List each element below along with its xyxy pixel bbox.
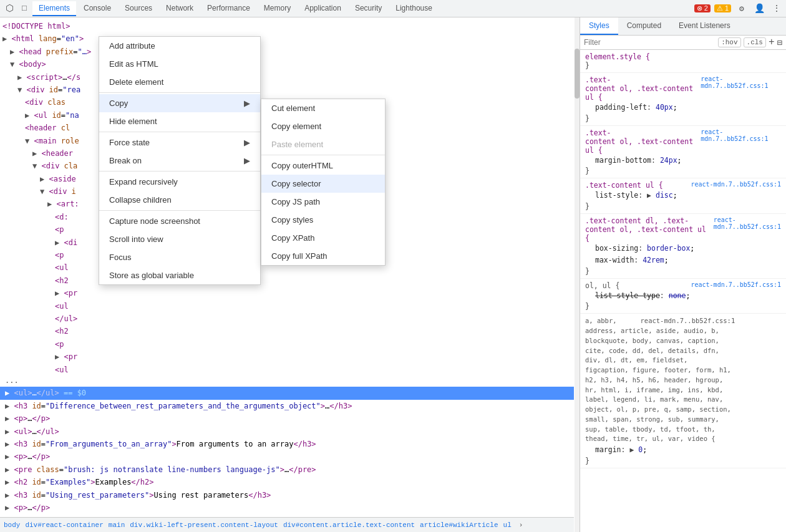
sub-copy-xpath[interactable]: Copy XPath [261,229,385,247]
sub-copy-js-path[interactable]: Copy JS path [261,193,385,211]
tab-styles[interactable]: Styles [580,17,618,35]
tab-event-listeners[interactable]: Event Listeners [670,17,739,35]
tab-lighthouse[interactable]: Lighthouse [389,1,439,16]
dom-line: <ul [0,300,580,312]
style-rule-element: element.style { } [580,50,786,73]
dom-line: <h2 [0,274,580,287]
sub-copy-outerhtml[interactable]: Copy outerHTML [261,157,385,175]
ctx-capture-screenshot[interactable]: Capture node screenshot [99,212,260,230]
style-source-link-1[interactable]: react-mdn.7..bb52f.css:1 [701,75,781,102]
style-rule-ol-ul: ol, ul { react-mdn.7..bb52f.css:1 list-s… [580,279,786,314]
style-prop-padding: padding-left: 40px; [585,102,781,114]
hov-filter[interactable]: :hov [718,37,740,47]
style-rule-text-content-3: .text-content ul { react-mdn.7..bb52f.cs… [580,178,786,214]
style-prop-list-style-type: list-style-type: none; [585,290,781,302]
ctx-force-state[interactable]: Force state ▶ [99,133,260,152]
sub-copy-styles[interactable]: Copy styles [261,211,385,229]
cls-filter[interactable]: .cls [744,37,766,47]
dom-line: <h2 [0,325,580,337]
settings-icon[interactable]: ⚙ [735,2,749,16]
ctx-focus[interactable]: Focus [99,248,260,266]
tab-elements[interactable]: Elements [32,1,76,16]
dom-line: ▶ <pr [0,351,580,363]
breadcrumb: body div#react-container main div.wiki-l… [0,517,574,532]
dom-line: ▶ <h3 id="From_arguments_to_an_array">Fr… [0,438,574,450]
tab-network[interactable]: Network [160,1,200,16]
dom-line: ▶ <h2 id="Examples">Examples</h2> [0,476,574,488]
sub-cut-element[interactable]: Cut element [261,99,385,117]
ctx-scroll-into-view[interactable]: Scroll into view [99,230,260,248]
breadcrumb-item-body[interactable]: body [4,521,20,529]
sub-paste-element: Paste element [261,135,385,153]
ctx-break-on[interactable]: Break on ▶ [99,152,260,170]
dom-line: ▶ <h3 id="Difference_between_rest_parame… [0,400,574,412]
dom-line: ▶ <p>…</p> [0,412,574,425]
ctx-add-attribute[interactable]: Add attribute [99,37,260,55]
styles-rules-list: element.style { } .text-content ol, .tex… [580,50,786,532]
ctx-divider-4 [99,210,260,211]
ctx-delete-element[interactable]: Delete element [99,73,260,91]
force-state-arrow-icon: ▶ [244,138,250,147]
breadcrumb-sep-ellipsis: › [519,521,523,529]
copy-arrow-icon: ▶ [244,99,250,108]
sub-copy-element[interactable]: Copy element [261,117,385,135]
breadcrumb-item-div-react[interactable]: div#react-container [25,521,103,529]
style-source-link-3[interactable]: react-mdn.7..bb52f.css:1 [691,181,782,190]
style-selector-5: ol, ul { react-mdn.7..bb52f.css:1 [585,281,781,290]
style-source-link-5[interactable]: react-mdn.7..bb52f.css:1 [691,281,782,290]
toggle-panel-icon[interactable]: ⊟ [777,37,782,48]
dom-line: ▶ <head prefix="…> [0,46,580,58]
tab-application[interactable]: Application [298,1,347,16]
sub-copy-selector[interactable]: Copy selector [261,175,385,193]
tab-memory[interactable]: Memory [258,1,297,16]
dom-line: <p [0,338,580,351]
elements-panel: <!DOCTYPE html> ▶ <html lang="en"> ▶ <he… [0,17,580,532]
ctx-expand-recursively[interactable]: Expand recursively [99,173,260,191]
break-on-arrow-icon: ▶ [244,156,250,165]
ctx-divider-1 [99,92,260,93]
profile-icon[interactable]: 👤 [752,2,766,16]
style-rule-close: } [585,61,781,70]
error-badge: ⊗ 2 [694,4,711,12]
ctx-store-global[interactable]: Store as global variable [99,266,260,284]
breadcrumb-item-ul[interactable]: ul [503,521,512,529]
cursor-tool-icon[interactable]: ⬡ [2,2,16,16]
styles-filter-input[interactable] [584,38,716,47]
add-style-rule-icon[interactable]: + [769,37,775,48]
scrollbar-thumb[interactable] [575,49,580,99]
dom-line: </ul> [0,312,580,325]
breadcrumb-item-main[interactable]: main [109,521,125,529]
right-panel: Styles Computed Event Listeners :hov .cl… [580,17,786,532]
breadcrumb-item-div-content[interactable]: div#content.article.text-content [283,521,415,529]
tab-console[interactable]: Console [77,1,117,16]
inspect-box-icon[interactable]: □ [17,2,31,16]
dom-line: ▼ <div id="rea [0,84,580,96]
style-source-link-2[interactable]: react-mdn.7..bb52f.css:1 [701,128,781,155]
breadcrumb-item-article[interactable]: article#wikiArticle [420,521,498,529]
tab-sources[interactable]: Sources [119,1,158,16]
dom-line: ▶ <p>…</p> [0,501,574,514]
sub-copy-full-xpath[interactable]: Copy full XPath [261,247,385,265]
tab-performance[interactable]: Performance [201,1,256,16]
ctx-copy[interactable]: Copy ▶ [99,94,260,112]
style-rule-close-4: } [585,202,781,211]
style-source-link-4[interactable]: react-mdn.7..bb52f.css:1 [714,216,781,243]
dom-line: ▼ <body> [0,58,580,70]
style-rule-close-3: } [585,167,781,175]
tab-computed[interactable]: Computed [618,17,670,35]
style-rule-text-content-1: .text-content ol, .text-content ul { rea… [580,73,786,126]
ctx-hide-element[interactable]: Hide element [99,112,260,130]
tab-security[interactable]: Security [349,1,388,16]
style-rule-close-5: } [585,267,781,276]
style-rule-close-6: } [585,302,781,311]
styles-filter-bar: :hov .cls + ⊟ [580,36,786,50]
ctx-collapse-children[interactable]: Collapse children [99,191,260,209]
style-rule-text-content-4: .text-content dl, .text-content ol, .tex… [580,214,786,279]
more-options-icon[interactable]: ⋮ [770,2,784,16]
breadcrumb-item-div-wiki[interactable]: div.wiki-left-present.content-layout [130,521,278,529]
style-selector-3: .text-content ul { react-mdn.7..bb52f.cs… [585,181,781,190]
ctx-edit-html[interactable]: Edit as HTML [99,55,260,73]
style-rule-text-content-2: .text-content ol, .text-content ul { rea… [580,126,786,179]
big-selector-text: a, abbr, react-mdn.7..bb52f.css:1address… [585,316,735,444]
scrollbar[interactable] [575,17,580,532]
